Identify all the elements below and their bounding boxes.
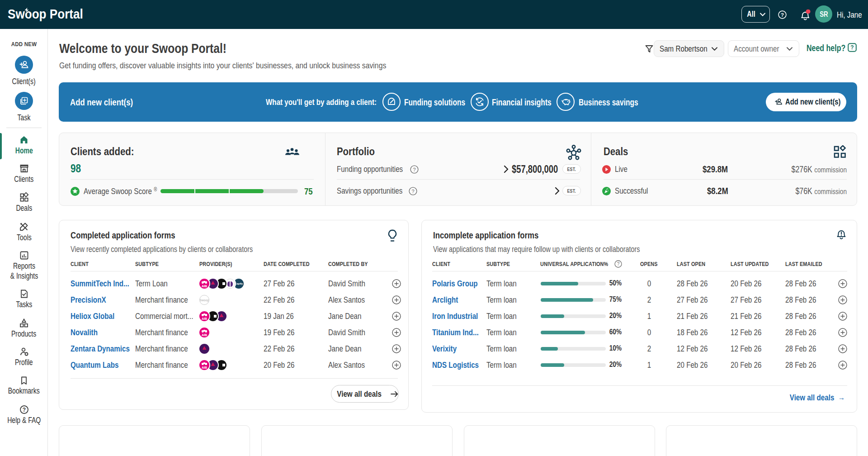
svg-text:?: ? [413, 167, 415, 172]
svg-text:?: ? [850, 44, 854, 51]
svg-text:?: ? [411, 189, 414, 194]
svg-text:?: ? [781, 12, 784, 18]
svg-text:?: ? [22, 407, 25, 413]
svg-text:?: ? [617, 261, 620, 266]
